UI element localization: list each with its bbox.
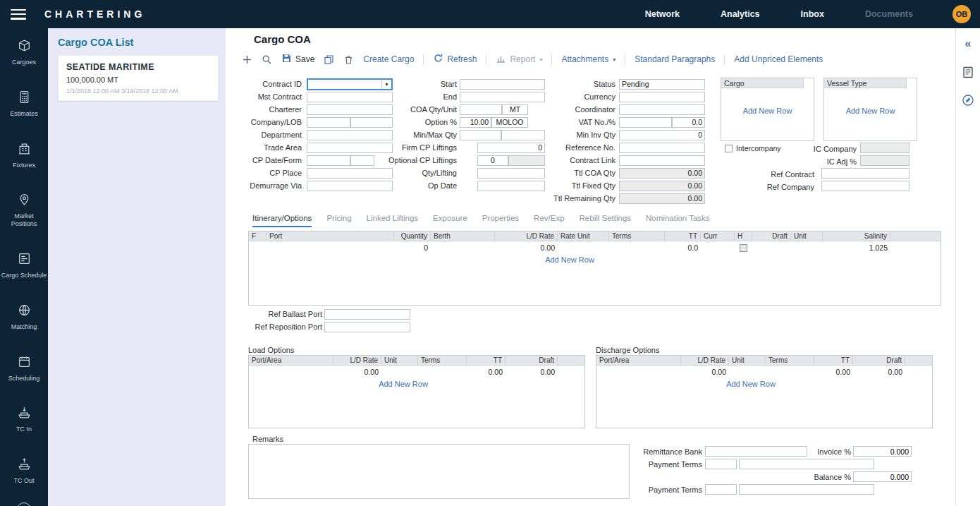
mst-contract-field[interactable]	[307, 92, 393, 102]
company-field[interactable]	[307, 117, 350, 128]
trade-area-field[interactable]	[307, 143, 393, 153]
create-cargo-button[interactable]: Create Cargo	[363, 54, 414, 64]
remarks-textarea[interactable]	[248, 444, 630, 499]
ref-company-field[interactable]	[821, 181, 909, 191]
qty-lifting-field[interactable]	[477, 168, 545, 179]
payment-terms-desc-field[interactable]	[739, 459, 874, 469]
discharge-options-row[interactable]: 0.00 0.00 0.00	[596, 366, 932, 378]
op-date-field[interactable]	[477, 181, 545, 191]
nav-network[interactable]: Network	[645, 9, 680, 19]
option-pct-field[interactable]: 10.00	[460, 117, 491, 128]
toolbar-separator	[486, 54, 486, 65]
reference-no-field[interactable]	[619, 143, 705, 153]
vat-pct-field[interactable]: 0.0	[672, 117, 705, 128]
min-qty-field[interactable]	[460, 130, 501, 140]
itinerary-add-new-row-link[interactable]: Add New Row	[249, 255, 890, 264]
min-inv-qty-label: Min Inv Qty	[539, 131, 615, 139]
ttl-coa-qty-field: 0.00	[619, 168, 705, 179]
payment-terms-code-field[interactable]	[705, 459, 737, 469]
toolbar-separator	[423, 54, 424, 65]
h-checkbox[interactable]	[740, 244, 747, 252]
attachments-button[interactable]: Attachments ▾	[561, 54, 615, 64]
standard-paragraphs-button[interactable]: Standard Paragraphs	[635, 54, 715, 64]
cargo-add-new-row-link[interactable]: Add New Row	[721, 107, 814, 115]
tab-rev-exp[interactable]: Rev/Exp	[534, 214, 564, 227]
remittance-bank-field[interactable]	[705, 446, 807, 457]
cp-date-field[interactable]	[307, 155, 350, 166]
contract-id-combobox[interactable]: ▼	[307, 78, 393, 90]
ref-contract-field[interactable]	[821, 168, 909, 179]
topbar: CHARTERING Network Analytics Inbox Docum…	[0, 0, 980, 28]
copy-button[interactable]	[324, 54, 334, 65]
list-item-dates: 1/1/2018 12:00 AM 3/19/2018 12:00 AM	[66, 88, 210, 95]
search-button[interactable]	[262, 54, 272, 65]
demurrage-via-field[interactable]	[307, 181, 393, 191]
tab-linked-liftings[interactable]: Linked Liftings	[367, 214, 419, 227]
ttl-remaining-qty-label: Ttl Remaining Qty	[539, 194, 615, 203]
firm-cp-liftings-field[interactable]: 0	[477, 143, 545, 153]
end-field[interactable]	[460, 92, 545, 102]
ref-ballast-port-label: Ref Ballast Port	[248, 310, 322, 318]
optional-cp-liftings-field[interactable]: 0	[477, 155, 508, 166]
delete-button[interactable]	[343, 54, 354, 65]
nav-analytics[interactable]: Analytics	[721, 9, 760, 19]
max-qty-field[interactable]	[501, 130, 545, 140]
sidebar-item-fixtures[interactable]: Fixtures	[1, 141, 47, 169]
save-button[interactable]: Save	[281, 53, 314, 66]
cp-form-field[interactable]	[350, 155, 374, 166]
discharge-options-add-new-row-link[interactable]: Add New Row	[596, 380, 905, 388]
vat-no-field[interactable]	[619, 117, 672, 128]
option-type-field[interactable]: MOLOO	[491, 117, 528, 128]
compose-icon[interactable]	[961, 93, 975, 107]
collapse-panel-icon[interactable]: «	[961, 37, 975, 51]
tab-nomination-tasks[interactable]: Nomination Tasks	[646, 214, 710, 227]
refresh-button[interactable]: Refresh	[433, 53, 477, 66]
payment-terms-2-desc-field[interactable]	[739, 484, 874, 495]
payment-terms-2-code-field[interactable]	[705, 484, 737, 495]
charterer-field[interactable]	[307, 104, 393, 115]
avatar[interactable]: OB	[953, 5, 971, 23]
tab-itinerary-options[interactable]: Itinerary/Options	[252, 214, 312, 227]
load-options-add-new-row-link[interactable]: Add New Row	[249, 380, 558, 388]
ref-ballast-port-field[interactable]	[324, 309, 410, 320]
load-options-row[interactable]: 0.00 0.00 0.00	[249, 366, 584, 378]
coordinator-field[interactable]	[619, 104, 705, 115]
itinerary-row[interactable]: 0 0.00 0.0 1.025	[249, 241, 941, 254]
currency-field[interactable]	[619, 92, 705, 102]
balance-pct-field[interactable]: 0.000	[853, 471, 912, 482]
sidebar-item-scheduling[interactable]: Scheduling	[1, 354, 47, 382]
add-unpriced-elements-button[interactable]: Add Unpriced Elements	[734, 54, 823, 64]
coa-qty-field[interactable]	[460, 104, 502, 115]
coa-unit-field[interactable]: MT	[502, 104, 528, 115]
cp-place-field[interactable]	[307, 168, 393, 179]
invoice-pct-field[interactable]: 0.000	[853, 446, 912, 457]
vessel-type-add-new-row-link[interactable]: Add New Row	[824, 107, 917, 115]
nav-inbox[interactable]: Inbox	[801, 9, 824, 19]
department-field[interactable]	[307, 130, 393, 140]
intercompany-checkbox[interactable]	[725, 145, 733, 152]
status-field[interactable]: Pending	[619, 79, 705, 90]
min-inv-qty-field[interactable]: 0	[619, 130, 705, 140]
sidebar-item-market-positions[interactable]: Market Positions	[1, 192, 47, 228]
tab-rebill-settings[interactable]: Rebill Settings	[580, 214, 632, 227]
list-item[interactable]: SEATIDE MARITIME 100,000.00 MT 1/1/2018 …	[58, 55, 219, 101]
sidebar-item-tc-out[interactable]: TC Out	[1, 457, 47, 485]
sidebar-item-tc-in[interactable]: TC In	[1, 405, 47, 433]
sidebar-item-matching[interactable]: Matching	[1, 303, 47, 331]
sidebar-item-cargo-schedule[interactable]: Cargo Schedule	[1, 251, 47, 279]
report-button[interactable]: Report ▾	[496, 53, 542, 66]
refresh-icon	[433, 53, 443, 66]
tab-exposure[interactable]: Exposure	[433, 214, 467, 227]
menu-icon[interactable]	[11, 9, 26, 20]
sidebar-item-estimates[interactable]: Estimates	[1, 90, 47, 118]
add-button[interactable]	[242, 54, 252, 65]
contract-link-field[interactable]	[619, 155, 705, 166]
ref-reposition-port-field[interactable]	[324, 322, 410, 332]
start-field[interactable]	[460, 79, 545, 90]
tab-pricing[interactable]: Pricing	[326, 214, 351, 227]
op-date-label: Op Date	[382, 181, 457, 190]
tab-properties[interactable]: Properties	[482, 214, 519, 227]
sidebar-item-cargoes[interactable]: Cargoes	[1, 38, 47, 66]
form-properties-icon[interactable]	[961, 65, 975, 79]
coordinator-label: Coordinator	[539, 105, 615, 114]
